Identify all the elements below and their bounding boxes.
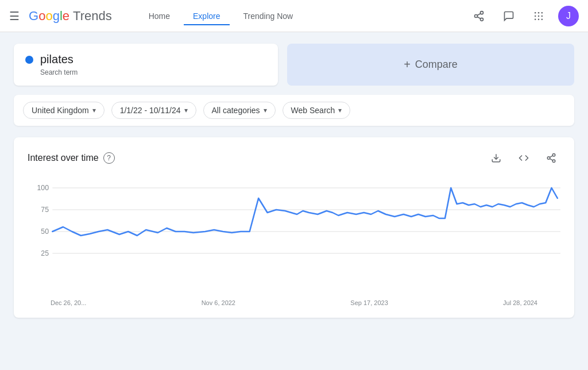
x-axis-labels: Dec 26, 20... Nov 6, 2022 Sep 17, 2023 J… (28, 299, 560, 306)
svg-point-11 (535, 18, 536, 20)
trends-wordmark: Trends (73, 9, 112, 24)
compare-label: Compare (415, 59, 458, 71)
app-header: ☰ Google Trends Home Explore Trending No… (0, 0, 588, 32)
svg-point-10 (541, 15, 543, 17)
search-term-label: Search term (40, 68, 266, 76)
svg-point-13 (541, 18, 543, 20)
menu-icon[interactable]: ☰ (9, 9, 20, 23)
user-avatar[interactable]: J (558, 6, 579, 26)
x-label-0: Dec 26, 20... (51, 299, 86, 306)
header-left: ☰ Google Trends Home Explore Trending No… (9, 7, 302, 25)
filter-region-label: United Kingdom (32, 106, 89, 115)
main-nav: Home Explore Trending Now (140, 7, 302, 25)
nav-explore[interactable]: Explore (184, 7, 229, 25)
svg-text:75: 75 (41, 206, 49, 214)
header-right: J (469, 6, 579, 26)
share-icon[interactable] (469, 6, 489, 26)
main-content: pilates Search term + Compare United Kin… (0, 32, 588, 329)
download-icon[interactable] (487, 149, 505, 167)
filter-category-label: All categories (212, 106, 260, 115)
x-label-1: Nov 6, 2022 (202, 299, 235, 306)
svg-text:50: 50 (41, 228, 49, 236)
chart-title: Interest over time (28, 153, 99, 163)
svg-point-17 (552, 160, 555, 163)
svg-point-6 (538, 11, 540, 13)
filter-region[interactable]: United Kingdom ▾ (23, 102, 105, 119)
feedback-icon[interactable] (498, 6, 519, 26)
x-label-3: Jul 28, 2024 (503, 299, 537, 306)
chart-card: Interest over time ? (14, 137, 574, 318)
filter-search-type-chevron: ▾ (338, 106, 342, 114)
nav-home[interactable]: Home (140, 7, 179, 25)
search-term-text[interactable]: pilates (40, 53, 74, 66)
svg-point-16 (547, 157, 550, 160)
filter-date-chevron: ▾ (184, 106, 188, 114)
compare-box[interactable]: + Compare (287, 44, 574, 86)
filter-date[interactable]: 1/1/22 - 10/11/24 ▾ (111, 102, 196, 119)
svg-point-12 (538, 18, 540, 20)
svg-point-7 (541, 11, 543, 13)
nav-trending-now[interactable]: Trending Now (234, 7, 303, 25)
help-icon[interactable]: ? (103, 152, 115, 164)
svg-line-18 (550, 159, 552, 160)
apps-icon[interactable] (528, 6, 549, 26)
svg-text:100: 100 (37, 184, 49, 192)
x-label-2: Sep 17, 2023 (350, 299, 388, 306)
svg-point-15 (552, 154, 555, 157)
filter-date-label: 1/1/22 - 10/11/24 (120, 106, 181, 115)
interest-chart: 100 75 50 25 (28, 181, 560, 296)
svg-point-8 (535, 15, 536, 17)
term-color-dot (25, 56, 33, 64)
chart-actions (487, 149, 560, 167)
filters-row: United Kingdom ▾ 1/1/22 - 10/11/24 ▾ All… (14, 95, 574, 126)
google-wordmark: Google (29, 9, 69, 24)
search-box: pilates Search term (14, 44, 278, 86)
filter-search-type[interactable]: Web Search ▾ (283, 102, 351, 119)
chart-header: Interest over time ? (28, 149, 560, 167)
svg-point-2 (481, 18, 483, 21)
chart-title-row: Interest over time ? (28, 152, 115, 164)
search-row: pilates Search term + Compare (14, 44, 574, 86)
filter-region-chevron: ▾ (92, 106, 96, 114)
svg-line-4 (477, 13, 481, 15)
compare-plus-icon: + (404, 58, 411, 71)
filter-category[interactable]: All categories ▾ (203, 102, 276, 119)
svg-line-19 (550, 156, 552, 157)
svg-point-5 (535, 11, 536, 13)
filter-search-type-label: Web Search (291, 106, 335, 115)
svg-point-1 (475, 14, 478, 17)
embed-icon[interactable] (514, 149, 533, 167)
svg-text:25: 25 (41, 249, 49, 257)
chart-area: 100 75 50 25 (28, 181, 560, 296)
search-term-row: pilates (25, 53, 266, 66)
filter-category-chevron: ▾ (264, 106, 267, 114)
svg-point-9 (538, 15, 540, 17)
svg-point-0 (481, 11, 483, 14)
svg-line-3 (477, 17, 481, 18)
chart-share-icon[interactable] (542, 149, 560, 167)
logo: Google Trends (29, 9, 112, 24)
